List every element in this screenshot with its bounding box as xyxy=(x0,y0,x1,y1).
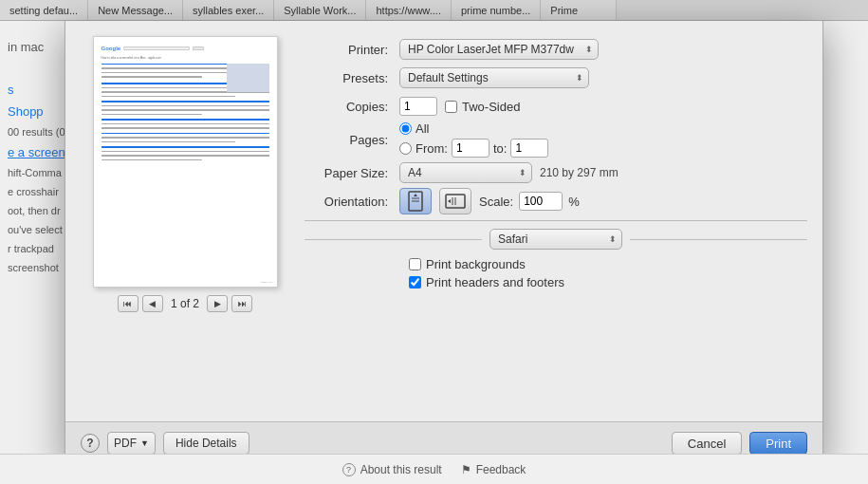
landscape-icon xyxy=(445,193,466,210)
presets-row: Presets: Default Settings ⬍ xyxy=(305,65,807,91)
copies-row: Copies: Two-Sided xyxy=(305,93,807,120)
tab-5[interactable]: https://www.... xyxy=(366,0,451,20)
paper-size-label: Paper Size: xyxy=(305,166,399,180)
orientation-label: Orientation: xyxy=(305,195,399,209)
pages-all-label: All xyxy=(416,121,429,136)
browser-tabs: setting defau... New Message... syllable… xyxy=(0,0,868,21)
svg-marker-7 xyxy=(448,199,451,203)
paper-size-select[interactable]: A4 xyxy=(399,162,532,183)
options-area: Print backgrounds Print headers and foot… xyxy=(305,253,807,293)
pdf-label: PDF xyxy=(114,437,137,450)
scale-group: Scale: % xyxy=(479,192,580,211)
copies-input[interactable] xyxy=(399,97,437,116)
presets-label: Presets: xyxy=(305,71,399,85)
tab-4[interactable]: Syllable Work... xyxy=(274,0,366,20)
pdf-dropdown-arrow: ▼ xyxy=(140,438,149,448)
print-headers-checkbox[interactable] xyxy=(409,276,421,289)
last-page-btn[interactable]: ⏭ xyxy=(231,295,252,312)
next-page-btn[interactable]: ▶ xyxy=(207,295,228,312)
scale-unit: % xyxy=(568,195,580,209)
printer-dropdown-wrapper: HP Color LaserJet MFP M377dw ⬍ xyxy=(399,39,599,60)
presets-dropdown-wrapper: Default Settings ⬍ xyxy=(399,67,589,88)
print-headers-row: Print headers and footers xyxy=(409,275,807,289)
two-sided-checkbox[interactable] xyxy=(445,101,457,113)
print-headers-label: Print headers and footers xyxy=(426,275,564,289)
portrait-icon xyxy=(407,191,424,212)
print-dialog: Google How to take a screenshot on a Mac… xyxy=(65,21,823,465)
flag-icon: ⚑ xyxy=(461,463,471,476)
tab-2[interactable]: New Message... xyxy=(88,0,183,20)
scale-input[interactable] xyxy=(519,192,563,211)
printer-label: Printer: xyxy=(305,43,399,57)
pages-row: Pages: All From: to: xyxy=(305,121,807,158)
pages-all-radio[interactable] xyxy=(399,122,412,135)
paper-size-dims: 210 by 297 mm xyxy=(540,166,619,179)
printer-row: Printer: HP Color LaserJet MFP M377dw ⬍ xyxy=(305,36,807,63)
tab-3[interactable]: syllables exer... xyxy=(183,0,274,20)
tab-7[interactable]: Prime xyxy=(541,0,617,20)
pages-label: Pages: xyxy=(305,133,399,147)
pdf-button[interactable]: PDF ▼ xyxy=(107,432,156,455)
print-backgrounds-row: Print backgrounds xyxy=(409,257,807,271)
pages-range-row: From: to: xyxy=(399,139,548,158)
feedback-link[interactable]: ⚑ Feedback xyxy=(461,463,526,476)
help-button[interactable]: ? xyxy=(81,434,100,453)
page-nav-bar: ⏮ ◀ 1 of 2 ▶ ⏭ xyxy=(118,295,252,312)
safari-select[interactable]: Safari xyxy=(489,229,622,250)
tab-1[interactable]: setting defau... xyxy=(0,0,88,20)
safari-row: Safari ⬍ xyxy=(305,225,807,253)
hide-details-button[interactable]: Hide Details xyxy=(163,432,249,455)
portrait-btn[interactable] xyxy=(399,188,432,214)
pages-to-input[interactable] xyxy=(510,139,548,158)
paper-size-dropdown-wrapper: A4 ⬍ xyxy=(399,162,532,183)
bottom-bar: ? About this result ⚑ Feedback xyxy=(0,454,868,484)
paper-size-row: Paper Size: A4 ⬍ 210 by 297 mm xyxy=(305,159,807,186)
prev-page-btn[interactable]: ◀ xyxy=(142,295,163,312)
landscape-btn[interactable] xyxy=(439,188,471,214)
orientation-row: Orientation: xyxy=(305,188,807,214)
safari-dropdown-wrapper: Safari ⬍ xyxy=(489,229,622,250)
presets-select[interactable]: Default Settings xyxy=(399,67,589,88)
two-sided-row: Two-Sided xyxy=(445,100,520,114)
left-divider xyxy=(305,239,482,240)
scale-label: Scale: xyxy=(479,195,513,209)
pages-from-radio[interactable] xyxy=(399,142,412,155)
about-icon: ? xyxy=(342,463,356,476)
from-label: From: xyxy=(416,141,448,156)
settings-area: Printer: HP Color LaserJet MFP M377dw ⬍ … xyxy=(305,36,807,406)
page-indicator: 1 of 2 xyxy=(167,297,203,310)
to-label: to: xyxy=(493,141,507,156)
tab-6[interactable]: prime numbe... xyxy=(452,0,541,20)
printer-select[interactable]: HP Color LaserJet MFP M377dw xyxy=(399,39,599,60)
cancel-button[interactable]: Cancel xyxy=(672,432,742,455)
feedback-label: Feedback xyxy=(476,463,526,476)
two-sided-label: Two-Sided xyxy=(462,100,520,114)
pages-from-input[interactable] xyxy=(452,139,489,158)
preview-area: Google How to take a screenshot on a Mac… xyxy=(81,36,289,406)
print-preview: Google How to take a screenshot on a Mac… xyxy=(93,36,278,288)
right-divider xyxy=(630,239,807,240)
copies-label: Copies: xyxy=(305,100,399,114)
about-result-label: About this result xyxy=(360,463,442,476)
divider-1 xyxy=(305,220,807,221)
svg-marker-3 xyxy=(414,194,417,196)
about-result-link[interactable]: ? About this result xyxy=(342,463,442,476)
pages-all-row: All xyxy=(399,121,429,136)
print-backgrounds-label: Print backgrounds xyxy=(426,257,526,271)
print-backgrounds-checkbox[interactable] xyxy=(409,258,421,270)
dialog-body: Google How to take a screenshot on a Mac… xyxy=(65,21,822,421)
print-button[interactable]: Print xyxy=(749,432,807,455)
first-page-btn[interactable]: ⏮ xyxy=(118,295,139,312)
